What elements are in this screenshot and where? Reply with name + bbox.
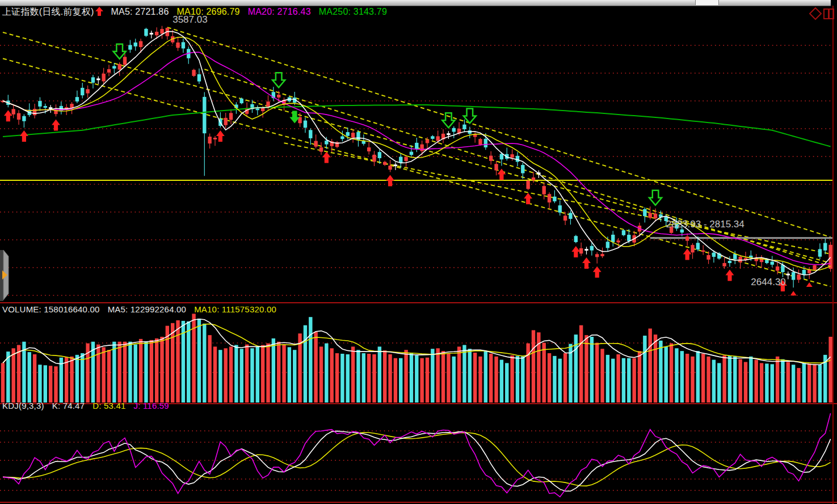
kdj-name: KDJ(9,3,3) [2,401,44,410]
kdj-header: KDJ(9,3,3)K: 74.47D: 53.41J: 116.59 [2,401,177,410]
kdj-k-value: K: 74.47 [52,401,85,410]
trading-app-window: 3587.032823.93 - 2815.342644.30 上证指数(日线.… [0,0,837,504]
panel-separators [0,6,837,504]
volume-header: VOLUME: 158016640.00MA5: 122992264.00MA1… [2,304,284,314]
left-panel-handle[interactable] [0,250,9,301]
ma5-value: MA5: 2721.86 [111,7,169,16]
signal-arrows [4,44,813,295]
ma20-value: MA20: 2716.43 [248,7,311,16]
svg-text:2823.93 - 2815.34: 2823.93 - 2815.34 [666,219,745,230]
volume-chart[interactable] [1,314,832,403]
svg-text:2644.30: 2644.30 [751,277,785,287]
ma250-value: MA250: 3143.79 [319,7,387,16]
volume-ma5-value: MA5: 122992264.00 [108,304,187,314]
up-arrow-icon [95,7,103,16]
kdj-j-value: J: 116.59 [134,401,169,410]
volume-ma10-value: MA10: 111575320.00 [194,304,276,314]
ma10-value: MA10: 2696.79 [177,7,240,16]
cascade-windows-icon[interactable] [824,9,834,19]
kdj-chart[interactable] [3,413,831,497]
main-chart-header: 上证指数(日线.前复权)MA5: 2721.86MA10: 2696.79MA2… [2,6,395,18]
scrollbar-thumb[interactable] [695,0,719,5]
horizontal-scrollbar[interactable] [0,0,831,6]
charts-canvas[interactable]: 3587.032823.93 - 2815.342644.30 [0,0,837,504]
symbol-title: 上证指数(日线.前复权) [2,7,94,16]
volume-value: VOLUME: 158016640.00 [2,304,100,314]
grid-lines [0,45,832,490]
diamond-icon[interactable] [810,8,821,19]
kdj-d-value: D: 53.41 [92,401,125,410]
